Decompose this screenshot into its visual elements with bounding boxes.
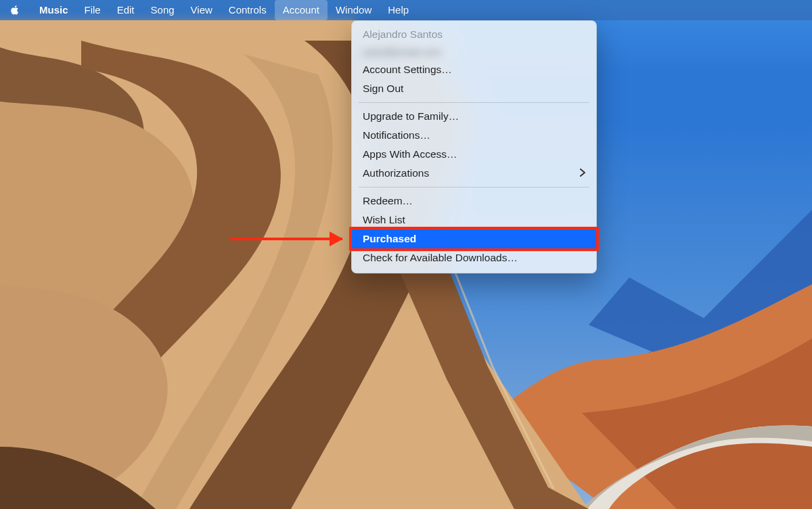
menubar-help[interactable]: Help xyxy=(380,0,417,20)
menu-authorizations-label: Authorizations xyxy=(363,167,429,179)
menu-wish-list[interactable]: Wish List xyxy=(352,211,596,229)
menu-user-email-redacted: user@email.com xyxy=(352,44,596,60)
menu-redeem[interactable]: Redeem… xyxy=(352,192,596,211)
menu-apps-with-access[interactable]: Apps With Access… xyxy=(352,145,596,164)
menubar: Music File Edit Song View Controls Accou… xyxy=(0,0,812,20)
menubar-song[interactable]: Song xyxy=(143,0,183,20)
account-menu: Alejandro Santos user@email.com Account … xyxy=(351,20,597,273)
menubar-view[interactable]: View xyxy=(183,0,221,20)
menubar-window[interactable]: Window xyxy=(328,0,380,20)
menubar-app[interactable]: Music xyxy=(31,0,76,20)
menu-sign-out[interactable]: Sign Out xyxy=(352,79,596,98)
apple-menu-icon[interactable] xyxy=(9,5,20,16)
menu-separator xyxy=(359,102,589,103)
menu-purchased[interactable]: Purchased xyxy=(352,229,596,248)
menu-notifications[interactable]: Notifications… xyxy=(352,126,596,145)
menu-user-name: Alejandro Santos xyxy=(352,25,596,44)
menu-account-settings[interactable]: Account Settings… xyxy=(352,60,596,79)
menu-check-downloads[interactable]: Check for Available Downloads… xyxy=(352,248,596,267)
chevron-right-icon xyxy=(580,168,585,179)
annotation-arrow xyxy=(230,238,342,240)
menubar-account[interactable]: Account xyxy=(275,0,328,20)
menu-authorizations[interactable]: Authorizations xyxy=(352,164,596,183)
menubar-file[interactable]: File xyxy=(76,0,109,20)
menu-upgrade-family[interactable]: Upgrade to Family… xyxy=(352,107,596,126)
menubar-controls[interactable]: Controls xyxy=(221,0,275,20)
menubar-edit[interactable]: Edit xyxy=(109,0,143,20)
menu-separator xyxy=(359,187,589,187)
